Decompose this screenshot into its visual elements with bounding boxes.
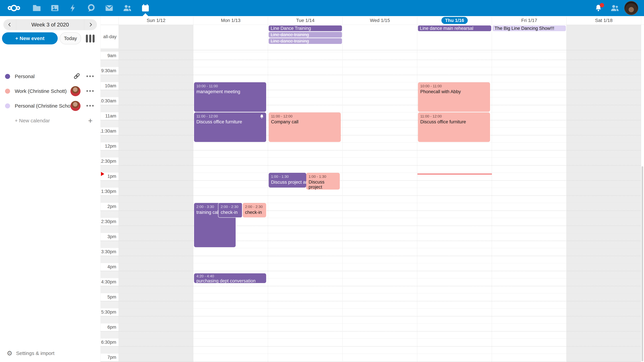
event-title: Discuss office furniture xyxy=(420,119,489,124)
today-button[interactable]: Today xyxy=(60,32,81,44)
time-label: 3pm xyxy=(107,234,116,239)
allday-event-declined[interactable]: Line dance training xyxy=(269,32,342,37)
day-column-tue[interactable] xyxy=(268,50,343,362)
event-discuss-office-furniture-mon[interactable]: 11:00 - 12:00 Discuss office furniture xyxy=(194,112,266,142)
calendar-list-item-personal-christine[interactable]: Personal (Christine Scho… xyxy=(0,99,100,113)
slot-dotted-line xyxy=(100,271,641,271)
event-purchasing-dept-conversation[interactable]: 4:20 - 4:40 purchasing dept conversation xyxy=(194,273,266,283)
day-header-wed[interactable]: Wed 1/15 xyxy=(343,16,417,25)
gear-icon: ⚙ xyxy=(7,350,12,357)
allday-event[interactable]: Line dance main rehearsal xyxy=(418,25,491,31)
previous-week-button[interactable] xyxy=(3,19,16,30)
contacts-menu-icon[interactable] xyxy=(607,0,623,16)
user-avatar[interactable] xyxy=(624,1,638,15)
event-title: Phonecall with Abby xyxy=(420,89,489,94)
mail-app-icon[interactable] xyxy=(101,0,117,16)
next-week-button[interactable] xyxy=(84,19,97,30)
nextcloud-logo[interactable] xyxy=(5,0,23,16)
talk-app-icon[interactable] xyxy=(83,0,99,16)
day-header-thu-today[interactable]: Thu 1/16 xyxy=(417,16,492,25)
vertical-scrollbar-thumb[interactable] xyxy=(642,166,643,361)
day-column-sat[interactable] xyxy=(566,50,641,362)
day-header-sat[interactable]: Sat 1/18 xyxy=(566,16,641,25)
day-header-fri[interactable]: Fri 1/17 xyxy=(492,16,566,25)
calendar-more-menu-icon[interactable] xyxy=(86,90,94,93)
time-label: 6pm xyxy=(107,325,116,330)
contacts-app-icon[interactable] xyxy=(119,0,135,16)
slot-dotted-line xyxy=(100,286,641,286)
event-phonecall-with-abby[interactable]: 10:00 - 11:00 Phonecall with Abby xyxy=(418,82,490,112)
event-title: check-in xyxy=(245,210,265,215)
allday-event[interactable]: Line Dance Training xyxy=(269,25,342,31)
event-company-call[interactable]: 11:00 - 12:00 Company call xyxy=(269,112,341,142)
day-column-sun[interactable] xyxy=(119,50,193,362)
time-label: 9am xyxy=(107,53,116,58)
notifications-bell-icon[interactable] xyxy=(590,0,606,16)
new-calendar-button[interactable]: + New calendar + xyxy=(0,114,100,127)
day-label: Sun 1/12 xyxy=(146,18,165,23)
activity-app-icon[interactable] xyxy=(65,0,81,16)
event-discuss-project-announcement-work[interactable]: 1:00 - 1:30 Discuss project announcement xyxy=(306,173,340,190)
event-check-in-personal[interactable]: 2:00 - 2:30 check-in xyxy=(218,203,242,218)
event-time: 1:00 - 1:30 xyxy=(308,174,338,179)
notification-badge xyxy=(600,3,604,7)
slot-dotted-line xyxy=(100,90,641,90)
day-header-mon[interactable]: Mon 1/13 xyxy=(193,16,268,25)
new-event-button[interactable]: + New event xyxy=(2,32,58,44)
slot-dotted-line xyxy=(100,180,641,181)
today-pill: Thu 1/16 xyxy=(442,17,468,24)
event-time: 10:00 - 11:00 xyxy=(420,84,489,89)
day-column-wed[interactable] xyxy=(343,50,417,362)
event-discuss-project-announcement-personal[interactable]: 1:00 - 1:30 Discuss project announcement xyxy=(269,173,306,188)
column-border xyxy=(342,17,343,362)
event-title: purchasing dept conversation xyxy=(196,278,265,283)
slot-dotted-line xyxy=(100,165,641,166)
slot-dotted-line xyxy=(100,135,641,136)
slot-line xyxy=(119,142,641,143)
current-time-arrow xyxy=(101,172,104,176)
event-check-in-work[interactable]: 2:00 - 2:30 check-in xyxy=(243,203,266,217)
time-label: 11am xyxy=(105,113,116,119)
day-header-tue[interactable]: Tue 1/14 xyxy=(268,16,343,25)
day-label: Tue 1/14 xyxy=(296,18,314,23)
event-time: 11:00 - 12:00 xyxy=(271,114,340,119)
day-header-sun[interactable]: Sun 1/12 xyxy=(119,16,193,25)
all-day-separator xyxy=(100,50,641,50)
top-header-bar xyxy=(0,0,644,16)
time-label: 3:30pm xyxy=(101,249,116,254)
slot-line xyxy=(119,293,641,294)
photos-app-icon[interactable] xyxy=(47,0,63,16)
calendar-list-item-work-christine[interactable]: Work (Christine Schott) xyxy=(0,84,100,98)
event-title: check-in xyxy=(221,210,241,215)
allday-event[interactable]: The Big Line Dancing Show!!! xyxy=(492,25,566,31)
column-border xyxy=(268,17,268,362)
event-time: 2:00 - 2:30 xyxy=(245,204,265,209)
allday-event-declined[interactable]: Line dance training xyxy=(269,38,342,44)
event-time: 2:00 - 2:30 xyxy=(221,204,241,209)
calendar-more-menu-icon[interactable] xyxy=(86,75,94,78)
calendar-name: Personal xyxy=(15,73,34,79)
calendar-list-item-personal[interactable]: Personal xyxy=(0,69,100,84)
all-day-label: all-day xyxy=(100,25,118,48)
settings-import-button[interactable]: ⚙ Settings & import xyxy=(0,348,100,359)
slot-line xyxy=(119,188,641,188)
shared-by-avatar xyxy=(70,86,80,96)
event-title: management meeting xyxy=(196,89,265,94)
slot-dotted-line xyxy=(100,316,641,317)
week-label[interactable]: Week 3 of 2020 xyxy=(16,19,84,30)
event-management-meeting[interactable]: 10:00 - 11:00 management meeting xyxy=(194,82,266,112)
time-label: 12:30pm xyxy=(98,159,116,164)
slot-dotted-line xyxy=(100,75,641,75)
view-toggle-button[interactable] xyxy=(86,34,96,42)
share-link-icon[interactable] xyxy=(73,72,80,80)
event-title: Discuss project announcement xyxy=(271,179,305,185)
calendar-more-menu-icon[interactable] xyxy=(86,104,94,107)
day-label: Sat 1/18 xyxy=(595,18,612,23)
calendar-color-dot xyxy=(5,89,10,94)
slot-dotted-line xyxy=(100,301,641,302)
settings-label: Settings & import xyxy=(16,351,54,356)
time-label: 2:30pm xyxy=(101,219,116,224)
day-column-fri[interactable] xyxy=(492,50,566,362)
event-discuss-office-furniture-thu[interactable]: 11:00 - 12:00 Discuss office furniture xyxy=(418,112,490,142)
files-app-icon[interactable] xyxy=(29,0,45,16)
